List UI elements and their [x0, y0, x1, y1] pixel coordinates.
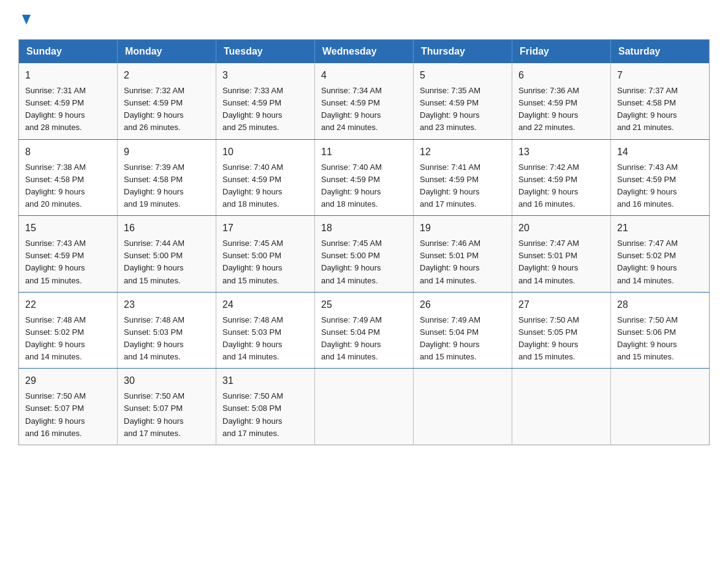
day-info: Sunrise: 7:49 AMSunset: 5:04 PMDaylight:… — [420, 315, 480, 361]
calendar-week-row: 1 Sunrise: 7:31 AMSunset: 4:59 PMDayligh… — [19, 63, 710, 139]
day-number: 5 — [420, 68, 506, 83]
calendar-body: 1 Sunrise: 7:31 AMSunset: 4:59 PMDayligh… — [19, 63, 710, 445]
calendar-day-cell: 9 Sunrise: 7:39 AMSunset: 4:58 PMDayligh… — [118, 139, 216, 216]
calendar-day-cell: 7 Sunrise: 7:37 AMSunset: 4:58 PMDayligh… — [611, 63, 710, 139]
day-info: Sunrise: 7:32 AMSunset: 4:59 PMDaylight:… — [124, 86, 184, 132]
day-number: 6 — [518, 68, 604, 83]
day-number: 20 — [518, 221, 604, 236]
day-number: 11 — [321, 145, 407, 159]
day-info: Sunrise: 7:48 AMSunset: 5:03 PMDaylight:… — [222, 315, 283, 361]
day-info: Sunrise: 7:38 AMSunset: 4:58 PMDaylight:… — [25, 163, 86, 209]
calendar-day-cell: 21 Sunrise: 7:47 AMSunset: 5:02 PMDaylig… — [611, 216, 710, 293]
day-number: 25 — [321, 297, 407, 312]
day-info: Sunrise: 7:47 AMSunset: 5:01 PMDaylight:… — [518, 239, 579, 285]
day-info: Sunrise: 7:50 AMSunset: 5:08 PMDaylight:… — [222, 391, 283, 437]
calendar-day-cell: 1 Sunrise: 7:31 AMSunset: 4:59 PMDayligh… — [19, 63, 118, 139]
logo-icon — [20, 12, 33, 26]
day-info: Sunrise: 7:40 AMSunset: 4:59 PMDaylight:… — [222, 163, 283, 209]
calendar-day-cell: 14 Sunrise: 7:43 AMSunset: 4:59 PMDaylig… — [611, 139, 710, 216]
day-number: 31 — [222, 373, 308, 388]
calendar-day-cell: 27 Sunrise: 7:50 AMSunset: 5:05 PMDaylig… — [512, 292, 611, 369]
day-info: Sunrise: 7:35 AMSunset: 4:59 PMDaylight:… — [420, 86, 480, 132]
logo — [18, 12, 33, 28]
day-number: 14 — [617, 145, 703, 159]
day-number: 1 — [25, 68, 111, 83]
calendar-day-cell: 22 Sunrise: 7:48 AMSunset: 5:02 PMDaylig… — [19, 292, 118, 369]
day-info: Sunrise: 7:49 AMSunset: 5:04 PMDaylight:… — [321, 315, 382, 361]
calendar-day-cell: 16 Sunrise: 7:44 AMSunset: 5:00 PMDaylig… — [118, 216, 216, 293]
day-info: Sunrise: 7:33 AMSunset: 4:59 PMDaylight:… — [222, 86, 283, 132]
calendar-day-cell — [315, 369, 414, 445]
day-number: 24 — [222, 297, 308, 312]
day-number: 22 — [25, 297, 111, 312]
calendar-day-cell: 17 Sunrise: 7:45 AMSunset: 5:00 PMDaylig… — [216, 216, 315, 293]
day-number: 2 — [124, 68, 210, 83]
day-info: Sunrise: 7:45 AMSunset: 5:00 PMDaylight:… — [321, 239, 382, 285]
day-info: Sunrise: 7:34 AMSunset: 4:59 PMDaylight:… — [321, 86, 382, 132]
calendar-day-cell: 2 Sunrise: 7:32 AMSunset: 4:59 PMDayligh… — [118, 63, 216, 139]
calendar-day-cell: 29 Sunrise: 7:50 AMSunset: 5:07 PMDaylig… — [19, 369, 118, 445]
calendar-day-cell: 3 Sunrise: 7:33 AMSunset: 4:59 PMDayligh… — [216, 63, 315, 139]
day-info: Sunrise: 7:50 AMSunset: 5:07 PMDaylight:… — [25, 391, 86, 437]
day-number: 19 — [420, 221, 506, 236]
day-number: 21 — [617, 221, 703, 236]
calendar-week-row: 29 Sunrise: 7:50 AMSunset: 5:07 PMDaylig… — [19, 369, 710, 445]
calendar-day-cell: 4 Sunrise: 7:34 AMSunset: 4:59 PMDayligh… — [315, 63, 414, 139]
calendar-day-cell: 25 Sunrise: 7:49 AMSunset: 5:04 PMDaylig… — [315, 292, 414, 369]
weekday-header-sunday: Sunday — [19, 40, 118, 64]
day-number: 4 — [321, 68, 407, 83]
day-info: Sunrise: 7:50 AMSunset: 5:06 PMDaylight:… — [617, 315, 678, 361]
calendar-day-cell — [414, 369, 512, 445]
calendar-day-cell: 6 Sunrise: 7:36 AMSunset: 4:59 PMDayligh… — [512, 63, 611, 139]
day-info: Sunrise: 7:43 AMSunset: 4:59 PMDaylight:… — [25, 239, 86, 285]
day-number: 12 — [420, 145, 506, 159]
day-info: Sunrise: 7:37 AMSunset: 4:58 PMDaylight:… — [617, 86, 678, 132]
calendar-day-cell: 26 Sunrise: 7:49 AMSunset: 5:04 PMDaylig… — [414, 292, 512, 369]
day-info: Sunrise: 7:31 AMSunset: 4:59 PMDaylight:… — [25, 86, 86, 132]
day-info: Sunrise: 7:39 AMSunset: 4:58 PMDaylight:… — [124, 163, 184, 209]
weekday-header-thursday: Thursday — [414, 40, 512, 64]
calendar-week-row: 22 Sunrise: 7:48 AMSunset: 5:02 PMDaylig… — [19, 292, 710, 369]
day-info: Sunrise: 7:47 AMSunset: 5:02 PMDaylight:… — [617, 239, 678, 285]
day-number: 30 — [124, 373, 210, 388]
day-number: 29 — [25, 373, 111, 388]
day-info: Sunrise: 7:48 AMSunset: 5:02 PMDaylight:… — [25, 315, 86, 361]
day-number: 18 — [321, 221, 407, 236]
day-number: 16 — [124, 221, 210, 236]
calendar-day-cell: 15 Sunrise: 7:43 AMSunset: 4:59 PMDaylig… — [19, 216, 118, 293]
day-number: 28 — [617, 297, 703, 312]
calendar-day-cell: 5 Sunrise: 7:35 AMSunset: 4:59 PMDayligh… — [414, 63, 512, 139]
weekday-header-row: SundayMondayTuesdayWednesdayThursdayFrid… — [19, 40, 710, 64]
day-number: 8 — [25, 145, 111, 159]
calendar-day-cell: 19 Sunrise: 7:46 AMSunset: 5:01 PMDaylig… — [414, 216, 512, 293]
day-number: 9 — [124, 145, 210, 159]
day-number: 13 — [518, 145, 604, 159]
day-number: 23 — [124, 297, 210, 312]
day-info: Sunrise: 7:50 AMSunset: 5:07 PMDaylight:… — [124, 391, 184, 437]
day-number: 3 — [222, 68, 308, 83]
calendar-day-cell — [611, 369, 710, 445]
day-info: Sunrise: 7:41 AMSunset: 4:59 PMDaylight:… — [420, 163, 480, 209]
calendar-day-cell: 8 Sunrise: 7:38 AMSunset: 4:58 PMDayligh… — [19, 139, 118, 216]
day-number: 17 — [222, 221, 308, 236]
calendar-header: SundayMondayTuesdayWednesdayThursdayFrid… — [19, 40, 710, 64]
weekday-header-tuesday: Tuesday — [216, 40, 315, 64]
weekday-header-monday: Monday — [118, 40, 216, 64]
calendar-day-cell: 23 Sunrise: 7:48 AMSunset: 5:03 PMDaylig… — [118, 292, 216, 369]
day-info: Sunrise: 7:42 AMSunset: 4:59 PMDaylight:… — [518, 163, 579, 209]
weekday-header-friday: Friday — [512, 40, 611, 64]
weekday-header-saturday: Saturday — [611, 40, 710, 64]
day-info: Sunrise: 7:43 AMSunset: 4:59 PMDaylight:… — [617, 163, 678, 209]
calendar-day-cell: 13 Sunrise: 7:42 AMSunset: 4:59 PMDaylig… — [512, 139, 611, 216]
calendar-day-cell: 18 Sunrise: 7:45 AMSunset: 5:00 PMDaylig… — [315, 216, 414, 293]
day-number: 10 — [222, 145, 308, 159]
day-number: 26 — [420, 297, 506, 312]
calendar-day-cell: 28 Sunrise: 7:50 AMSunset: 5:06 PMDaylig… — [611, 292, 710, 369]
day-info: Sunrise: 7:44 AMSunset: 5:00 PMDaylight:… — [124, 239, 184, 285]
calendar-day-cell: 11 Sunrise: 7:40 AMSunset: 4:59 PMDaylig… — [315, 139, 414, 216]
day-number: 27 — [518, 297, 604, 312]
calendar-day-cell: 12 Sunrise: 7:41 AMSunset: 4:59 PMDaylig… — [414, 139, 512, 216]
day-info: Sunrise: 7:48 AMSunset: 5:03 PMDaylight:… — [124, 315, 184, 361]
day-info: Sunrise: 7:36 AMSunset: 4:59 PMDaylight:… — [518, 86, 579, 132]
calendar-day-cell: 10 Sunrise: 7:40 AMSunset: 4:59 PMDaylig… — [216, 139, 315, 216]
